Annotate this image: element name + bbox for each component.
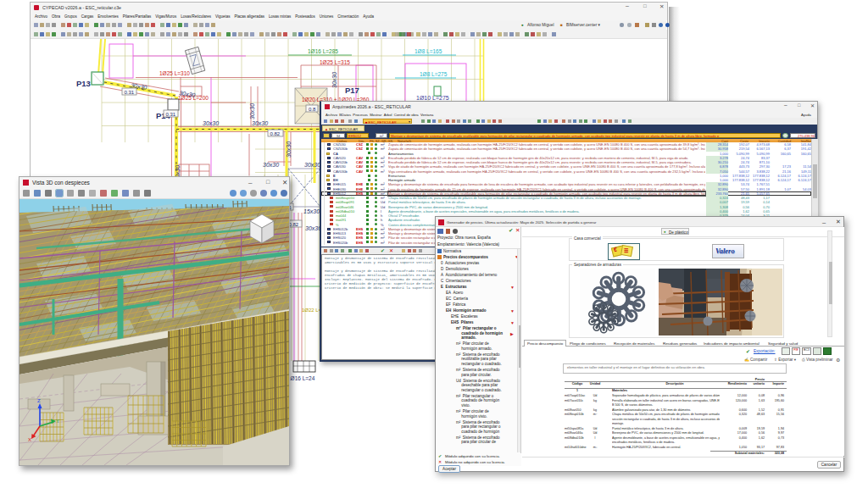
svg-text:0.8: 0.8 — [309, 107, 316, 112]
svg-text:1Ø16 L=24: 1Ø16 L=24 — [287, 375, 315, 381]
svg-text:15x30: 15x30 — [303, 208, 320, 214]
svg-text:30x30: 30x30 — [252, 120, 268, 126]
svg-text:1Ø25 L=315: 1Ø25 L=315 — [320, 59, 350, 65]
svg-text:Z: Z — [37, 398, 41, 403]
svg-text:0.82: 0.82 — [289, 222, 299, 227]
svg-text:P13: P13 — [76, 79, 91, 88]
svg-text:P17: P17 — [345, 86, 359, 95]
svg-text:1Ø8 L=275: 1Ø8 L=275 — [420, 71, 448, 77]
svg-text:Y: Y — [56, 419, 59, 424]
svg-text:30x30: 30x30 — [286, 141, 292, 158]
svg-text:1Ø25 L=310: 1Ø25 L=310 — [159, 70, 190, 76]
svg-text:30x30: 30x30 — [263, 162, 279, 168]
svg-text:0.31: 0.31 — [166, 112, 176, 117]
svg-text:30x30: 30x30 — [249, 103, 255, 119]
svg-text:30x30: 30x30 — [304, 162, 320, 168]
svg-text:30x30: 30x30 — [203, 120, 219, 126]
svg-text:0.82: 0.82 — [270, 131, 281, 136]
svg-text:1Ø8 L=165: 1Ø8 L=165 — [415, 48, 442, 54]
svg-text:1Ø16 L=285: 1Ø16 L=285 — [308, 48, 338, 54]
svg-text:X: X — [28, 437, 31, 442]
svg-text:30x30: 30x30 — [331, 72, 337, 88]
svg-text:1Ø10 L=275: 1Ø10 L=275 — [416, 95, 449, 101]
svg-text:0.31: 0.31 — [125, 90, 135, 95]
